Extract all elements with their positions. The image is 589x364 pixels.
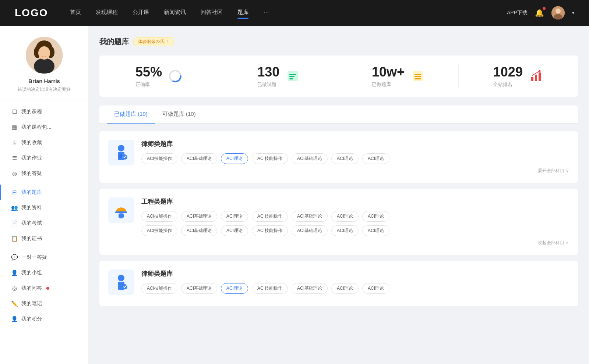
eng-tag-0[interactable]: ACI技能操作 [141,211,177,222]
law2-tag-2-highlighted[interactable]: ACI理论 [221,283,248,294]
cert-icon: 📋 [11,235,18,242]
eng-tag2-3[interactable]: ACI技能操作 [252,225,288,236]
one-on-one-icon: 💬 [11,254,18,261]
eng-tag2-6[interactable]: ACI理论 [362,225,389,236]
law2-tag-1[interactable]: ACI基础理论 [181,283,217,294]
sidebar-item-my-notes[interactable]: ✏️ 我的笔记 [0,296,88,311]
stat-done-questions: 130 已做试题 [219,64,339,88]
eng-tag2-4[interactable]: ACI基础理论 [292,225,328,236]
eng-tag2-0[interactable]: ACI技能操作 [141,225,177,236]
profile-avatar [26,37,63,74]
tab-available-qbank[interactable]: 可做题库 (10) [155,106,203,124]
done-questions-icon [285,69,300,83]
nav-link-open-course[interactable]: 公开课 [133,9,149,17]
tag-0[interactable]: ACI技能操作 [141,153,177,164]
notification-bell[interactable]: 🔔 [535,8,544,17]
bell-icon: 🔔 [535,9,544,17]
stat-done-questions-value-group: 130 已做试题 [257,64,279,88]
sidebar-item-my-qa[interactable]: ◎ 我的答疑 [0,166,88,181]
qbank-icon: ⊟ [11,189,18,196]
qbank-lawyer-icon-2 [108,270,134,295]
sidebar-item-one-on-one[interactable]: 💬 一对一答疑 [0,250,88,265]
sidebar-item-my-questions[interactable]: ◎ 我的问答 [0,281,88,296]
eng-tag2-2[interactable]: ACI理论 [221,225,248,236]
eng-tag-2[interactable]: ACI理论 [221,211,248,222]
eng-tag-5[interactable]: ACI理论 [331,211,359,222]
qbank-card-engineer: 工程类题库 ACI技能操作 ACI基础理论 ACI理论 ACI技能操作 ACI基… [99,189,578,255]
nav-link-discover[interactable]: 发现课程 [96,9,118,17]
sidebar-item-my-points[interactable]: 👤 我的积分 [0,311,88,327]
sidebar-label-my-cert: 我的证书 [21,235,42,242]
done-qbank-icon [410,69,425,83]
points-icon: 👤 [11,316,18,322]
eng-tag-6[interactable]: ACI理论 [362,211,389,222]
eng-tag-3[interactable]: ACI技能操作 [252,211,288,222]
law2-tag-0[interactable]: ACI技能操作 [141,283,177,294]
accuracy-donut-icon [168,69,183,83]
svg-rect-14 [289,76,294,77]
nav-link-qa[interactable]: 问答社区 [201,9,223,17]
sidebar-item-my-course-pkg[interactable]: ▦ 我的课程包... [0,119,88,135]
qbank-content-engineer: 工程类题库 ACI技能操作 ACI基础理论 ACI理论 ACI技能操作 ACI基… [141,197,569,246]
stat-ranking-label: 全站排名 [493,81,523,88]
profile-section: Brian Harris 错误的决定比没有决定要好 [0,37,88,100]
sidebar-label-my-homework: 我的作业 [21,155,42,161]
stat-done-qbank-value: 10w+ [372,64,405,80]
sidebar-label-my-questions: 我的问答 [21,285,42,292]
qbank-tags-engineer-row1: ACI技能操作 ACI基础理论 ACI理论 ACI技能操作 ACI基础理论 AC… [141,211,569,222]
user-dropdown-arrow[interactable]: ▾ [572,10,574,15]
qbank-card-lawyer-2: 律师类题库 ACI技能操作 ACI基础理论 ACI理论 ACI技能操作 ACI基… [99,261,578,306]
sidebar-menu: ☐ 我的课程 ▦ 我的课程包... ☆ 我的收藏 ☰ 我的作业 ◎ 我的答疑 ⊟ [0,100,88,331]
tag-5[interactable]: ACI理论 [331,153,359,164]
tag-6[interactable]: ACI理论 [362,153,389,164]
eng-tag2-1[interactable]: ACI基础理论 [181,225,217,236]
nav-link-home[interactable]: 首页 [70,9,81,17]
nav-link-news[interactable]: 新闻资讯 [164,9,186,17]
sidebar-item-my-group[interactable]: 👤 我的小组 [0,265,88,281]
nav-more-button[interactable]: ··· [263,9,269,17]
course-pkg-icon: ▦ [11,124,18,131]
qbank-content-lawyer-2: 律师类题库 ACI技能操作 ACI基础理论 ACI理论 ACI技能操作 ACI基… [141,270,569,297]
tab-done-qbank[interactable]: 已做题库 (10) [107,106,155,124]
law2-tag-4[interactable]: ACI基础理论 [292,283,328,294]
stat-done-qbank-value-group: 10w+ 已做题库 [372,64,405,88]
eng-tag-4[interactable]: ACI基础理论 [292,211,328,222]
sidebar-item-my-homework[interactable]: ☰ 我的作业 [0,150,88,166]
main-container: Brian Harris 错误的决定比没有决定要好 ☐ 我的课程 ▦ 我的课程包… [0,26,589,364]
svg-rect-22 [539,72,541,81]
sidebar-label-my-exam: 我的考试 [21,220,42,226]
sidebar-item-my-cert[interactable]: 📋 我的证书 [0,231,88,246]
tag-2-highlighted[interactable]: ACI理论 [221,153,248,164]
qbank-tags-lawyer-1: ACI技能操作 ACI基础理论 ACI理论 ACI技能操作 ACI基础理论 AC… [141,153,569,164]
svg-point-5 [34,58,54,74]
tag-4[interactable]: ACI基础理论 [292,153,328,164]
expand-link-engineer[interactable]: 收起全部科目 ∧ [141,240,569,246]
tag-3[interactable]: ACI技能操作 [252,153,288,164]
law2-tag-5[interactable]: ACI理论 [331,283,359,294]
sidebar-item-my-exam[interactable]: 📄 我的考试 [0,215,88,231]
qbank-content-lawyer-1: 律师类题库 ACI技能操作 ACI基础理论 ACI理论 ACI技能操作 ACI基… [141,140,569,174]
sidebar-item-my-favorites[interactable]: ☆ 我的收藏 [0,135,88,150]
nav-links: 首页 发现课程 公开课 新闻资讯 问答社区 题库 ··· [70,9,507,17]
sidebar-item-my-qbank[interactable]: ⊟ 我的题库 [0,185,88,200]
expand-link-lawyer-1[interactable]: 展开全部科目 ∨ [141,168,569,174]
tag-1[interactable]: ACI基础理论 [181,153,217,164]
app-download-link[interactable]: APP下载 [507,10,528,16]
svg-rect-20 [531,77,533,81]
profile-motto: 错误的决定比没有决定要好 [18,86,71,93]
notes-icon: ✏️ [11,300,18,307]
svg-point-24 [118,145,124,151]
sidebar-item-my-profile[interactable]: 👥 我的资料 [0,200,88,215]
sidebar-item-my-course[interactable]: ☐ 我的课程 [0,104,88,119]
avatar-image [551,6,565,19]
user-avatar[interactable] [551,6,565,19]
sidebar-divider-1 [7,183,81,183]
eng-tag-1[interactable]: ACI基础理论 [181,211,217,222]
eng-tag2-5[interactable]: ACI理论 [331,225,359,236]
sidebar-label-my-qbank: 我的题库 [21,189,42,196]
nav-link-qbank[interactable]: 题库 [237,9,248,17]
law2-tag-3[interactable]: ACI技能操作 [252,283,288,294]
law2-tag-6[interactable]: ACI理论 [362,283,389,294]
qa-icon: ◎ [11,170,18,177]
stat-done-qbank: 10w+ 已做题库 [339,64,459,88]
